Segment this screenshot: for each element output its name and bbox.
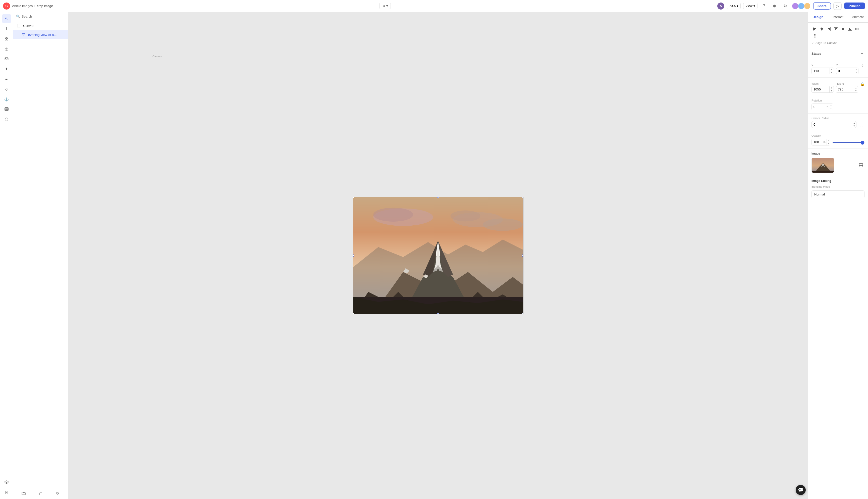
selection-handle-ml[interactable] — [352, 255, 354, 257]
share-feedback-button[interactable]: ⊕ — [771, 2, 779, 10]
svg-rect-46 — [835, 28, 835, 30]
collaborators[interactable] — [792, 2, 811, 10]
distribute-h-btn[interactable] — [854, 26, 860, 32]
opacity-decrement[interactable]: ▼ — [827, 142, 830, 145]
expand-corners-btn[interactable] — [858, 122, 865, 127]
x-field-group: X ▲ ▼ — [811, 64, 834, 74]
add-folder-btn[interactable] — [20, 490, 27, 497]
height-increment[interactable]: ▲ — [854, 86, 858, 89]
tab-interact[interactable]: Interact — [828, 12, 848, 22]
selection-handle-tm[interactable] — [437, 197, 439, 198]
x-input[interactable] — [812, 68, 830, 74]
x-increment[interactable]: ▲ — [830, 68, 834, 71]
y-increment[interactable]: ▲ — [854, 68, 858, 71]
pin-position-icon[interactable] — [860, 64, 865, 74]
align-left-btn[interactable] — [811, 26, 818, 32]
layer-canvas-item[interactable]: Canvas — [13, 21, 68, 30]
image-preview-row — [811, 158, 865, 173]
more-align-btn[interactable] — [819, 33, 825, 39]
refresh-btn[interactable]: ↻ — [54, 490, 61, 497]
text-tool[interactable]: T — [2, 24, 11, 33]
tab-animate[interactable]: Animate — [848, 12, 868, 22]
selection-handle-tl[interactable] — [352, 197, 354, 198]
opacity-input[interactable] — [812, 139, 822, 145]
code-tool[interactable] — [2, 105, 11, 113]
image-thumbnail-svg — [812, 158, 834, 173]
selection-handle-tr[interactable] — [522, 197, 523, 198]
frame-tool[interactable] — [2, 34, 11, 43]
svg-rect-1 — [7, 37, 8, 38]
image-layer-label: evening-view-of-a... — [28, 33, 57, 37]
image-thumbnail[interactable] — [811, 158, 834, 173]
preview-button[interactable]: ▷ — [833, 2, 842, 10]
align-right-btn[interactable] — [826, 26, 832, 32]
align-middle-v-btn[interactable] — [840, 26, 846, 32]
canvas-area[interactable]: Canvas — [68, 12, 808, 499]
align-bottom-btn[interactable] — [847, 26, 853, 32]
canvas-frame[interactable] — [352, 197, 523, 314]
chat-bubble[interactable]: 💬 — [796, 485, 806, 495]
align-top-btn[interactable] — [833, 26, 839, 32]
x-spinners: ▲ ▼ — [830, 68, 834, 74]
rotation-decrement[interactable]: ▼ — [829, 107, 833, 110]
anchor-tool[interactable]: ⚓ — [2, 95, 11, 104]
shape-tool[interactable]: ◇ — [2, 84, 11, 94]
help-button[interactable]: ? — [760, 2, 768, 10]
y-decrement[interactable]: ▼ — [854, 71, 858, 74]
corner-increment[interactable]: ▲ — [852, 122, 856, 125]
component-tool[interactable]: ◎ — [2, 44, 11, 53]
blending-mode-select[interactable]: Normal Multiply Screen Overlay Darken Li… — [811, 191, 865, 198]
lock-aspect-icon[interactable]: 🔒 — [860, 82, 865, 93]
opacity-increment[interactable]: ▲ — [827, 139, 830, 142]
zoom-value: 70% — [729, 4, 736, 8]
breadcrumb-parent[interactable]: Article Images — [12, 4, 33, 8]
rotation-section: Rotation ° ▲ ▼ — [808, 96, 868, 113]
plugin-tool[interactable]: ⬡ — [2, 114, 11, 124]
topbar-right: A 70% ▾ View ▾ ? ⊕ ⚙ Share ▷ Publish — [717, 2, 865, 10]
svg-rect-73 — [859, 165, 861, 167]
width-decrement[interactable]: ▼ — [830, 89, 834, 93]
right-panel: Design Interact Animate — [808, 12, 868, 499]
widget-tool[interactable]: ✦ — [2, 64, 11, 73]
rotation-input[interactable] — [812, 104, 826, 110]
image-tool[interactable] — [2, 54, 11, 63]
svg-point-22 — [483, 218, 523, 231]
width-increment[interactable]: ▲ — [830, 86, 834, 89]
selection-handle-bl[interactable] — [352, 313, 354, 314]
lines-tool[interactable]: ≡ — [2, 74, 11, 83]
selection-handle-bm[interactable] — [437, 313, 439, 314]
duplicate-btn[interactable] — [37, 490, 44, 497]
distribute-v-btn[interactable] — [811, 33, 818, 39]
publish-button[interactable]: Publish — [844, 2, 865, 9]
x-decrement[interactable]: ▼ — [830, 71, 834, 74]
layer-image-item[interactable]: evening-view-of-a... — [13, 30, 68, 39]
width-input[interactable] — [812, 86, 829, 93]
search-input[interactable] — [22, 15, 65, 19]
device-selector[interactable]: 🖥 ▾ — [379, 3, 391, 9]
share-button[interactable]: Share — [813, 2, 831, 10]
selection-handle-br[interactable] — [522, 313, 523, 314]
zoom-control[interactable]: 70% ▾ — [727, 3, 741, 9]
tab-design[interactable]: Design — [808, 12, 828, 22]
align-center-h-btn[interactable] — [819, 26, 825, 32]
rotation-increment[interactable]: ▲ — [829, 104, 833, 107]
opacity-slider-wrap — [832, 140, 865, 144]
opacity-slider[interactable] — [832, 142, 865, 143]
selection-handle-mr[interactable] — [522, 255, 523, 257]
canvas-image — [353, 197, 523, 314]
y-input[interactable] — [836, 68, 854, 74]
corner-decrement[interactable]: ▼ — [852, 125, 856, 127]
layers-btn[interactable] — [2, 478, 11, 487]
replace-image-btn[interactable] — [857, 162, 865, 169]
height-input[interactable] — [836, 86, 854, 93]
select-tool[interactable]: ↖ — [2, 14, 11, 23]
height-decrement[interactable]: ▼ — [854, 89, 858, 93]
corner-radius-input[interactable] — [812, 121, 852, 127]
main-layout: ↖ T ◎ ✦ ≡ ◇ ⚓ — [0, 12, 868, 499]
view-control[interactable]: View ▾ — [743, 3, 757, 9]
add-state-btn[interactable]: + — [859, 51, 865, 56]
states-section: States + — [808, 48, 868, 59]
pages-btn[interactable] — [2, 488, 11, 497]
settings-button[interactable]: ⚙ — [781, 2, 789, 10]
app-logo[interactable]: S — [3, 2, 10, 10]
